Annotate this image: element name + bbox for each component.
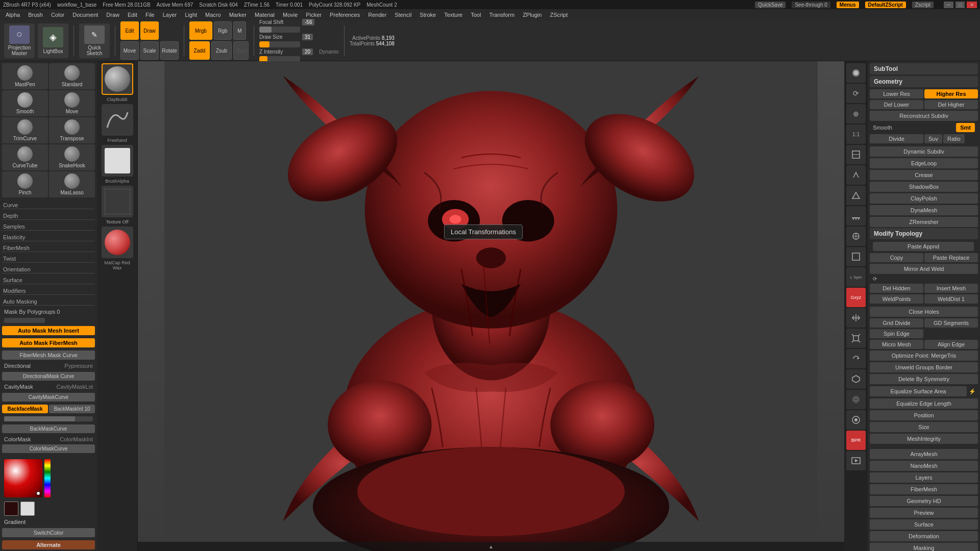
scale-btn[interactable]: Scale (140, 41, 159, 60)
cavity-mask-curve-btn[interactable]: CavityMaskCurve (2, 393, 95, 402)
frame-icon-btn[interactable] (846, 247, 866, 266)
del-higher-btn[interactable]: Del Higher (924, 100, 978, 109)
rotate-btn[interactable]: Rotate (160, 41, 179, 60)
brush-move[interactable]: Move (49, 90, 95, 116)
brush-transpose[interactable]: Transpose (49, 117, 95, 143)
lsym-icon-btn[interactable]: L Sym (846, 267, 866, 287)
menu-texture[interactable]: Texture (440, 11, 466, 19)
move2-icon-btn[interactable] (846, 308, 866, 328)
draw-size-val[interactable]: 31 (302, 34, 313, 40)
bpr-icon-btn[interactable]: BPR (846, 431, 866, 450)
menu-alpha[interactable]: Alpha (2, 11, 23, 19)
local-icon-btn[interactable] (846, 227, 866, 246)
claybuilder-icon-btn[interactable] (846, 63, 866, 83)
dynamic-label[interactable]: Dynamic (319, 49, 339, 55)
rgb-btn[interactable]: Rgb (214, 21, 232, 40)
menu-movie[interactable]: Movie (279, 11, 301, 19)
crease-btn[interactable]: Crease (870, 170, 978, 180)
menu-tool[interactable]: Tool (467, 11, 484, 19)
fibermesh-btn[interactable]: FiberMesh (870, 484, 978, 494)
menu-document[interactable]: Document (69, 11, 102, 19)
menus-btn[interactable]: Menus (837, 2, 859, 8)
close-holes-btn[interactable]: Close Holes (870, 307, 978, 317)
menu-color[interactable]: Color (47, 11, 68, 19)
zbut-btn[interactable]: Zbut (233, 41, 249, 60)
mesh-integrity-btn[interactable]: MeshIntegrity (870, 434, 978, 444)
masking-r-btn[interactable]: Masking (870, 543, 978, 551)
back-mask-curve-btn[interactable]: BackMaskCurve (2, 424, 95, 433)
menu-picker[interactable]: Picker (302, 11, 325, 19)
twist-section[interactable]: Twist (2, 254, 95, 263)
menu-transform[interactable]: Transform (485, 11, 518, 19)
menu-preferences[interactable]: Preferences (326, 11, 363, 19)
focal-shift-val[interactable]: -56 (302, 19, 314, 26)
aaall-icon-btn[interactable] (846, 145, 866, 164)
rotate2-icon-btn[interactable] (846, 349, 866, 368)
z-intensity-val[interactable]: 20 (302, 48, 313, 55)
auto-mask-fibermesh-btn[interactable]: Auto Mask FiberMesh (2, 338, 95, 347)
array-mesh-btn[interactable]: ArrayMesh (870, 449, 978, 459)
micro-mesh-btn[interactable]: Micro Mesh (870, 340, 923, 349)
spin-edge-btn[interactable]: Spin Edge (870, 329, 923, 338)
geometry-hd-btn[interactable]: Geometry HD (870, 496, 978, 506)
subtool-section[interactable]: SubTool (870, 63, 978, 74)
depth-section[interactable]: Depth (2, 211, 95, 220)
gxyz-icon-btn[interactable]: Gxyz (846, 288, 866, 307)
color-mask-curve-btn[interactable]: ColorMaskCurve (2, 444, 95, 453)
weld-dist1-btn[interactable]: WeldDist 1 (924, 294, 978, 304)
suv-btn[interactable]: Suv (924, 134, 942, 143)
menu-material[interactable]: Material (251, 11, 278, 19)
brush-mastpen[interactable]: MastPen (2, 63, 48, 89)
position-btn[interactable]: Position (870, 410, 978, 420)
dynamesh-btn[interactable]: DynaMesh (870, 205, 978, 215)
brush-alpha-thumb[interactable] (102, 145, 133, 177)
fibermesh-section[interactable]: FiberMesh (2, 243, 95, 252)
zremesher-btn[interactable]: ZRemesher (870, 217, 978, 227)
backface-mask-btn[interactable]: BackfaceMask (2, 405, 48, 413)
mrgb-btn[interactable]: Mrgb (189, 21, 212, 40)
mirror-and-weld-btn[interactable]: Mirror And Weld (870, 264, 978, 274)
samples-section[interactable]: Samples (2, 222, 95, 231)
align-edge-btn[interactable]: Align Edge (924, 340, 978, 349)
orientation-section[interactable]: Orientation (2, 265, 95, 273)
preview-btn[interactable]: Preview (870, 508, 978, 518)
quick-sketch-btn[interactable]: ✎ QuickSketch (79, 23, 110, 58)
menu-draw[interactable]: Draw (103, 11, 123, 19)
menu-stroke[interactable]: Stroke (416, 11, 439, 19)
see-through[interactable]: See-through 0 (792, 2, 830, 8)
m-btn[interactable]: M (233, 21, 246, 40)
lightbox-btn[interactable]: ◈ LightBox (38, 23, 68, 58)
paste-replace-btn[interactable]: Paste Replace (924, 253, 978, 262)
menu-stencil[interactable]: Stencil (391, 11, 415, 19)
zadd-btn[interactable]: Zadd (189, 41, 210, 60)
optimize-point-btn[interactable]: Optimize Point: MergeTris (870, 350, 978, 361)
zoom-icon-btn[interactable]: ⊕ (846, 104, 866, 123)
color-spectrum[interactable] (4, 459, 42, 497)
auto-masking-section[interactable]: Auto Masking (2, 297, 95, 306)
freehand-thumb[interactable] (102, 104, 133, 136)
menu-zscript[interactable]: ZScript (546, 11, 571, 19)
insert-mesh-btn[interactable]: Insert Mesh (924, 284, 978, 293)
solo-icon-btn[interactable] (846, 410, 866, 430)
fibermesh-mask-curve-btn[interactable]: FiberMesh Mask Curve (2, 350, 95, 360)
layers-btn[interactable]: Layers (870, 472, 978, 483)
geometry-section[interactable]: Geometry (870, 76, 978, 87)
brush-standard[interactable]: Standard (49, 63, 95, 89)
alternate-btn[interactable]: Alternate (2, 540, 95, 549)
weld-points-btn[interactable]: WeldPoints (870, 294, 923, 304)
window-controls[interactable]: ─ □ ✕ (944, 2, 977, 8)
surface-btn[interactable]: Surface (870, 519, 978, 530)
transp-icon-btn[interactable] (846, 390, 866, 409)
modify-topology-section[interactable]: Modify Topology (870, 228, 978, 239)
directional-mask-curve-btn[interactable]: DirectionalMask Curve (2, 372, 95, 381)
projection-master-btn[interactable]: ⬡ ProjectionMaster (4, 23, 35, 58)
nano-mesh-btn[interactable]: NanoMesh (870, 461, 978, 471)
auto-mask-mesh-insert-btn[interactable]: Auto Mask Mesh Insert (2, 326, 95, 335)
grid-divide-btn[interactable]: Grid Divide (870, 318, 923, 328)
menu-marker[interactable]: Marker (226, 11, 250, 19)
copy-btn[interactable]: Copy (870, 253, 923, 262)
floor-icon-btn[interactable] (846, 206, 866, 226)
smt-btn[interactable]: Smt (956, 123, 975, 132)
dynamic-icon-btn[interactable] (846, 165, 866, 185)
quicksave-btn[interactable]: QuickSave (755, 2, 786, 8)
